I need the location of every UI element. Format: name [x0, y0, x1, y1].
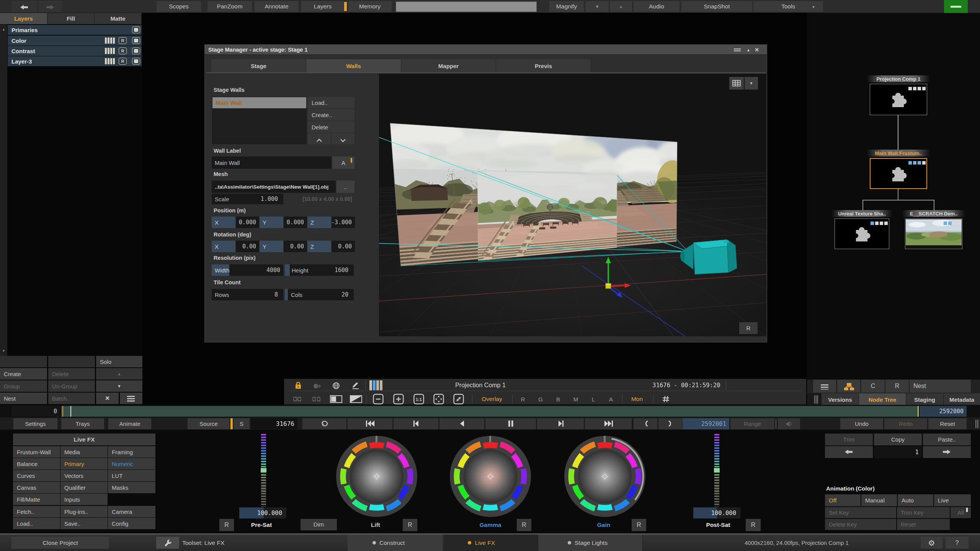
timeline-playhead[interactable]	[70, 406, 71, 417]
viewport-reset-button[interactable]: R	[739, 322, 758, 334]
layer-scroll-down-icon[interactable]: ▼	[1, 349, 6, 353]
wall-load-button[interactable]: Load..	[308, 97, 354, 108]
audio-button[interactable]: Audio	[634, 1, 679, 12]
channel-button-G[interactable]: G	[535, 394, 546, 404]
layer-enable-checkbox[interactable]	[132, 37, 140, 44]
globe-icon[interactable]	[332, 382, 340, 390]
layer-enable-checkbox[interactable]	[132, 26, 140, 33]
livefx-menu-camera[interactable]: Camera	[108, 506, 155, 517]
scopes-button[interactable]: Scopes	[157, 1, 201, 12]
wall-delete-button[interactable]: Delete	[308, 121, 354, 133]
left-tab-layers[interactable]: Layers	[0, 13, 47, 24]
source-s-button[interactable]: S	[234, 418, 250, 429]
anim-mode-manual[interactable]: Manual	[861, 494, 897, 506]
fit-button[interactable]	[433, 394, 444, 404]
reset-button[interactable]: Reset	[928, 418, 967, 429]
livefx-menu-config[interactable]: Config	[108, 518, 155, 529]
layer-enable-checkbox[interactable]	[132, 58, 140, 65]
node-tabs-grip-icon[interactable]	[814, 395, 818, 404]
node-c-button[interactable]: C	[861, 380, 885, 393]
annotate-button[interactable]: Annotate	[255, 1, 299, 12]
livefx-menu-inputs[interactable]: Inputs	[60, 494, 108, 505]
layer-close-button[interactable]: ✕	[96, 393, 119, 404]
group-button[interactable]: Group	[0, 380, 47, 392]
pos-y-value[interactable]: 0.000	[284, 217, 307, 228]
anim-mode-live[interactable]: Live	[934, 494, 971, 506]
layer-reset-button[interactable]: R	[119, 47, 127, 54]
wall-create-button[interactable]: Create..	[308, 109, 354, 121]
rot-y-value[interactable]: 0.00	[284, 241, 307, 252]
scale-button[interactable]	[453, 394, 464, 404]
livefx-menu-media[interactable]: Media	[60, 446, 108, 458]
livefx-menu-fetch[interactable]: Fetch..	[13, 506, 60, 517]
livefx-menu-frustumwall[interactable]: Frustum-Wall	[13, 446, 60, 458]
all-button[interactable]: All	[951, 507, 971, 518]
overlay-button[interactable]: Overlay	[477, 394, 507, 404]
channel-button-M[interactable]: M	[570, 394, 581, 404]
layer-grade-bars-icon[interactable]	[105, 37, 115, 44]
undo-button[interactable]: Undo	[840, 418, 883, 429]
livefx-menu-curves[interactable]: Curves	[13, 470, 60, 481]
layers-button[interactable]: Layers	[301, 1, 344, 12]
trim-button[interactable]: Trim	[825, 434, 873, 445]
magnify-up-button[interactable]: ▲	[610, 1, 632, 12]
livefx-menu-balance[interactable]: Balance	[13, 458, 60, 469]
annotate-pen-icon[interactable]	[351, 381, 360, 390]
layer-scroll-up-icon[interactable]: ▲	[1, 28, 6, 31]
zoom-out-button[interactable]	[373, 394, 384, 404]
layer-scrollbar[interactable]	[0, 24, 7, 356]
lift-reset-button[interactable]: R	[403, 519, 417, 531]
left-tab-fill[interactable]: Fill	[47, 13, 95, 24]
range-button[interactable]: Range	[730, 418, 774, 429]
post-sat-slider-handle[interactable]	[713, 467, 720, 473]
range-end-box[interactable]: 2592001	[683, 418, 729, 429]
memory-button[interactable]: Memory	[348, 1, 392, 12]
settings-button[interactable]: Settings	[13, 418, 57, 429]
rot-x-value[interactable]: 0.00	[236, 241, 259, 252]
channel-bars-icon[interactable]	[369, 380, 382, 390]
animate-button[interactable]: Animate	[108, 418, 151, 429]
node-nest-button[interactable]: Nest	[910, 380, 971, 393]
pos-x-value[interactable]: 0.000	[236, 217, 259, 228]
window-menu-icon[interactable]	[733, 47, 742, 52]
livefx-menu-numeric[interactable]: Numeric	[108, 458, 155, 469]
stage-tab-stage[interactable]: Stage	[211, 59, 306, 72]
top-search-input[interactable]	[396, 2, 537, 12]
panzoom-button[interactable]: PanZoom	[207, 1, 252, 12]
stage-tab-previs[interactable]: Previs	[496, 59, 591, 72]
channel-button-R[interactable]: R	[518, 394, 528, 404]
timeline-bar[interactable]	[61, 406, 919, 417]
layer-reset-button[interactable]: R	[119, 58, 127, 65]
magnify-button[interactable]: Magnify	[549, 1, 584, 12]
help-button[interactable]: ?	[946, 537, 969, 549]
two-pane-icon[interactable]	[330, 395, 342, 403]
solo-button[interactable]: Solo	[96, 356, 142, 367]
livefx-menu-load[interactable]: Load..	[13, 518, 60, 529]
film-strip-b-icon[interactable]	[312, 396, 320, 403]
layer-grade-bars-icon[interactable]	[105, 48, 115, 54]
wall-label-input[interactable]: Main Wall	[212, 156, 332, 169]
node-tab-1[interactable]: Node Tree	[859, 393, 906, 406]
livefx-menu-masks[interactable]: Masks	[108, 482, 155, 493]
mesh-browse-button[interactable]: ..	[336, 181, 354, 193]
livefx-menu-fillmatte[interactable]: Fill/Matte	[13, 494, 60, 505]
livefx-menu-qualifier[interactable]: Qualifier	[60, 482, 108, 493]
layer-enable-checkbox[interactable]	[132, 47, 140, 54]
lock-icon[interactable]	[295, 381, 302, 389]
zoom-1to1-button[interactable]: 1:1	[413, 394, 424, 404]
livefx-menu-framing[interactable]: Framing	[108, 446, 155, 458]
film-strip-a-icon[interactable]	[293, 396, 301, 403]
snapshot-button[interactable]: SnapShot	[681, 1, 752, 12]
set-key-button[interactable]: Set Key	[825, 507, 896, 518]
window-close-icon[interactable]: ✕	[753, 46, 760, 53]
anim-mode-auto[interactable]: Auto	[898, 494, 933, 506]
viewport-grid-dropdown[interactable]: ▼	[745, 77, 758, 90]
stage-tab-mapper[interactable]: Mapper	[401, 59, 496, 72]
node-tab-2[interactable]: Staging	[906, 393, 943, 406]
copy-button[interactable]: Copy	[874, 434, 922, 445]
livefx-menu-vectors[interactable]: Vectors	[60, 470, 108, 481]
anim-mode-off[interactable]: Off	[825, 494, 861, 506]
layer-reset-button[interactable]: R	[119, 37, 127, 44]
paste-button[interactable]: Paste..	[923, 434, 971, 445]
transport-grip-icon[interactable]	[975, 420, 979, 428]
